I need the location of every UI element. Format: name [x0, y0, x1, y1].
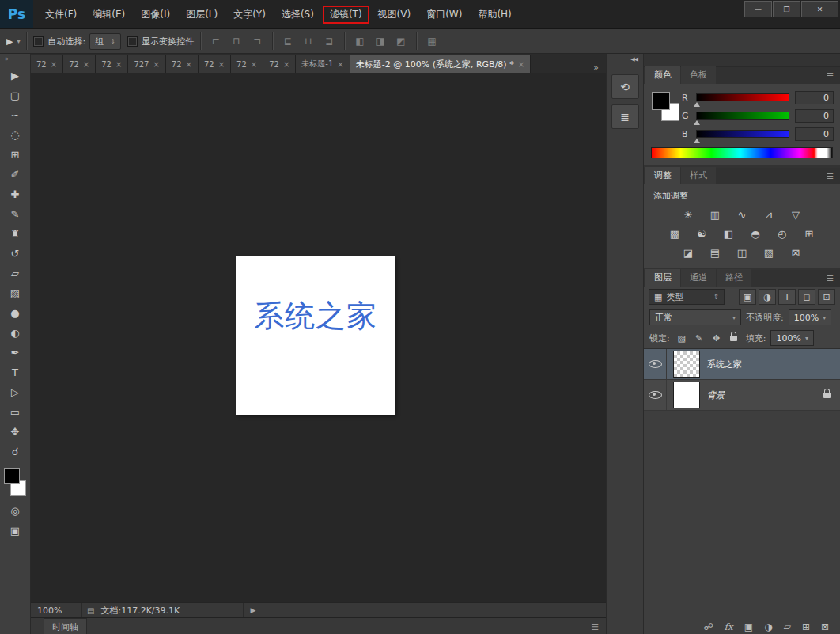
tool-preset[interactable]: ▶ ▾ — [6, 36, 20, 47]
expand-panels-icon[interactable]: ◀◀ — [630, 54, 643, 69]
vibrance-adjustment-icon[interactable]: ▽ — [787, 207, 804, 222]
toolbar-collapse-icon[interactable]: » — [0, 54, 9, 66]
properties-panel-button[interactable]: ≣ — [611, 104, 639, 129]
zoom-tool-button[interactable]: ☌ — [3, 442, 27, 461]
auto-select-dropdown[interactable]: 组 ⇕ — [89, 33, 121, 50]
fill-dropdown[interactable]: 100% ▾ — [770, 330, 813, 346]
exposure-adjustment-icon[interactable]: ⊿ — [760, 207, 778, 222]
auto-select-checkbox[interactable] — [33, 36, 44, 47]
color-swatches-widget[interactable] — [650, 90, 682, 127]
levels-adjustment-icon[interactable]: ▥ — [706, 207, 724, 222]
status-expand-icon[interactable]: ▶ — [244, 606, 262, 614]
gradient-tool-button[interactable]: ▨ — [3, 283, 27, 303]
close-icon[interactable]: × — [337, 60, 343, 69]
show-transform-checkbox[interactable] — [127, 36, 138, 47]
lasso-tool-button[interactable]: ∽ — [3, 105, 27, 125]
close-button[interactable]: ✕ — [801, 1, 838, 17]
layer-name[interactable]: 系统之家 — [707, 359, 742, 370]
layer-row-background[interactable]: 背景 — [644, 380, 840, 411]
channel-mixer-adjustment-icon[interactable]: ◴ — [774, 226, 791, 241]
tab-adjustments[interactable]: 调整 — [645, 167, 680, 184]
lock-image-pixels-icon[interactable]: ✎ — [692, 332, 706, 345]
document-info[interactable]: 文档:117.2K/39.1K — [99, 603, 244, 617]
minimize-button[interactable]: — — [744, 1, 772, 17]
new-layer-icon[interactable]: ⊞ — [802, 621, 810, 632]
menu-type[interactable]: 文字(Y) — [226, 6, 273, 24]
auto-align-icon[interactable]: ▦ — [423, 33, 441, 49]
curves-adjustment-icon[interactable]: ∿ — [733, 207, 751, 222]
layer-thumbnail[interactable] — [673, 351, 700, 378]
clone-stamp-tool-button[interactable]: ♜ — [3, 224, 27, 244]
tab-layers[interactable]: 图层 — [645, 269, 680, 287]
timeline-tab[interactable]: 时间轴 — [44, 618, 87, 634]
document-tab[interactable]: 72 × — [63, 55, 96, 73]
lock-transparent-pixels-icon[interactable]: ▨ — [675, 332, 689, 345]
close-icon[interactable]: × — [186, 60, 192, 69]
gradient-map-adjustment-icon[interactable]: ▧ — [760, 245, 778, 260]
foreground-color-swatch[interactable] — [4, 468, 20, 484]
align-icon-2[interactable]: ⊒ — [320, 33, 338, 49]
close-icon[interactable]: × — [83, 60, 89, 69]
document-tab[interactable]: 72 × — [31, 55, 63, 73]
rectangular-marquee-tool-button[interactable]: ▢ — [3, 85, 27, 105]
close-icon[interactable]: × — [115, 60, 122, 69]
blue-slider-thumb[interactable] — [694, 139, 700, 143]
blue-value-field[interactable]: 0 — [795, 127, 834, 141]
foreground-color-swatch[interactable] — [652, 92, 670, 110]
photo-filter-adjustment-icon[interactable]: ◓ — [747, 226, 764, 241]
eyedropper-tool-button[interactable]: ✐ — [3, 165, 27, 184]
menu-image[interactable]: 图像(I) — [134, 6, 177, 24]
distribute-icon-0[interactable]: ◧ — [351, 33, 369, 49]
new-group-icon[interactable]: ▱ — [784, 621, 791, 632]
menu-edit[interactable]: 编辑(E) — [85, 6, 132, 24]
layer-visibility-toggle[interactable] — [644, 380, 667, 410]
hand-tool-button[interactable]: ✥ — [3, 422, 27, 442]
filter-type-dropdown[interactable]: ▦ 类型 ⇕ — [649, 289, 725, 305]
close-icon[interactable]: × — [218, 60, 225, 69]
add-layer-mask-icon[interactable]: ▣ — [744, 621, 753, 632]
close-icon[interactable]: × — [51, 60, 57, 69]
dodge-tool-button[interactable]: ◐ — [3, 323, 27, 343]
blue-slider[interactable] — [696, 130, 789, 138]
filter-type-layers-icon[interactable]: T — [778, 289, 796, 305]
history-panel-button[interactable]: ⟲ — [611, 74, 639, 99]
timeline-menu-icon[interactable]: ☰ — [591, 622, 606, 632]
close-icon[interactable]: × — [283, 60, 289, 69]
red-slider[interactable] — [696, 93, 789, 101]
document-tab[interactable]: 72 × — [199, 55, 231, 73]
hue-saturation-adjustment-icon[interactable]: ▩ — [666, 226, 683, 241]
tab-color[interactable]: 颜色 — [645, 66, 680, 84]
color-spectrum-ramp[interactable] — [651, 147, 833, 158]
lock-position-icon[interactable]: ✥ — [709, 332, 724, 345]
tab-swatches[interactable]: 色板 — [681, 66, 716, 84]
opacity-dropdown[interactable]: 100% ▾ — [789, 309, 831, 325]
screen-mode-button[interactable]: ▣ — [3, 521, 27, 541]
document-canvas[interactable]: 系统之家 — [236, 256, 395, 415]
layer-visibility-toggle[interactable] — [644, 349, 667, 379]
lock-all-icon[interactable] — [727, 332, 741, 345]
green-value-field[interactable]: 0 — [795, 109, 834, 123]
tab-overflow-icon[interactable]: » — [586, 63, 606, 73]
posterize-adjustment-icon[interactable]: ▤ — [706, 245, 724, 260]
close-icon[interactable]: × — [518, 60, 524, 69]
black-white-adjustment-icon[interactable]: ◧ — [720, 226, 737, 241]
layer-thumbnail[interactable] — [673, 382, 700, 408]
color-balance-adjustment-icon[interactable]: ☯ — [693, 226, 710, 241]
tab-paths[interactable]: 路径 — [717, 269, 751, 287]
close-icon[interactable]: × — [153, 60, 159, 69]
red-slider-thumb[interactable] — [694, 102, 700, 107]
history-brush-tool-button[interactable]: ↺ — [3, 244, 27, 264]
menu-view[interactable]: 视图(V) — [371, 6, 418, 24]
delete-layer-icon[interactable]: ⊠ — [821, 621, 829, 632]
tab-channels[interactable]: 通道 — [681, 269, 716, 287]
type-tool-button[interactable]: T — [3, 363, 27, 382]
menu-help[interactable]: 帮助(H) — [471, 6, 518, 24]
distribute-icon-1[interactable]: ◨ — [372, 33, 389, 49]
align-icon-2[interactable]: ⊐ — [248, 33, 266, 49]
tab-styles[interactable]: 样式 — [681, 167, 716, 184]
align-icon-0[interactable]: ⊏ — [207, 33, 225, 49]
restore-button[interactable]: ❐ — [773, 1, 800, 17]
document-tab-active[interactable]: 未标题-2 @ 100% (系统之家, RGB/8) * × — [350, 55, 531, 73]
close-icon[interactable]: × — [251, 60, 257, 69]
link-layers-icon[interactable]: ☍ — [703, 621, 713, 632]
